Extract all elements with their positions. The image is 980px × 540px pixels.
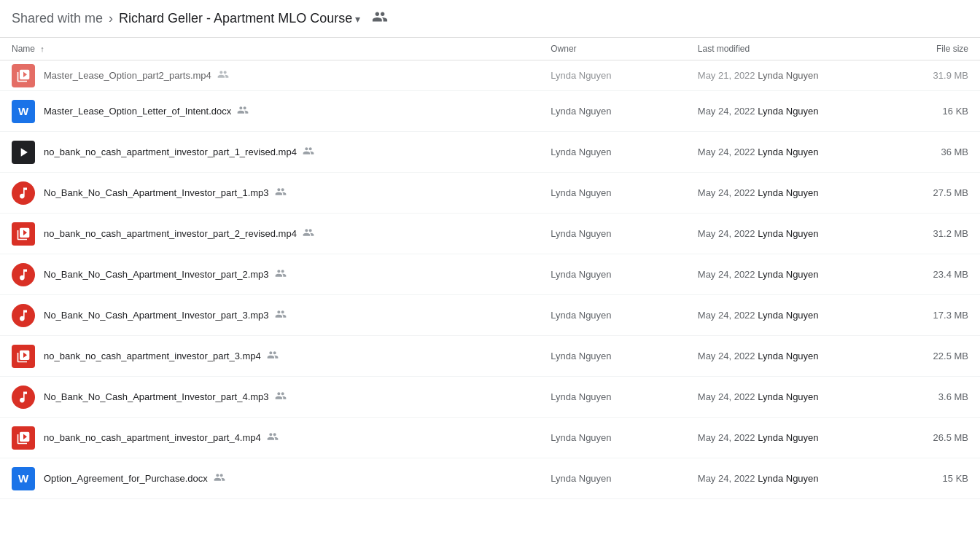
breadcrumb-current-folder: Richard Geller - Apartment MLO Course ▾	[119, 11, 360, 26]
breadcrumb-shared-link[interactable]: Shared with me	[12, 11, 103, 26]
shared-icon	[275, 186, 287, 200]
file-name-text[interactable]: Master_Lease_Option_part2_parts.mp4	[44, 70, 211, 81]
file-name-cell: no_bank_no_cash_apartment_investor_part_…	[0, 132, 539, 173]
modified-cell: May 24, 2022 Lynda Nguyen	[686, 377, 882, 418]
table-row[interactable]: Master_Lease_Option_part2_parts.mp4 Lynd…	[0, 60, 980, 91]
folder-name-label: Richard Geller - Apartment MLO Course	[119, 11, 352, 26]
file-name-cell: W Master_Lease_Option_Letter_of_Intent.d…	[0, 91, 539, 132]
table-row[interactable]: No_Bank_No_Cash_Apartment_Investor_part_…	[0, 254, 980, 295]
owner-cell: Lynda Nguyen	[539, 60, 686, 91]
table-row[interactable]: W Master_Lease_Option_Letter_of_Intent.d…	[0, 91, 980, 132]
file-name-cell: No_Bank_No_Cash_Apartment_Investor_part_…	[0, 173, 539, 214]
file-name-text[interactable]: No_Bank_No_Cash_Apartment_Investor_part_…	[44, 391, 269, 402]
owner-cell: Lynda Nguyen	[539, 377, 686, 418]
file-name-text[interactable]: Master_Lease_Option_Letter_of_Intent.doc…	[44, 106, 231, 117]
breadcrumb-chevron-icon: ›	[109, 11, 113, 26]
owner-cell: Lynda Nguyen	[539, 91, 686, 132]
modified-cell: May 21, 2022 Lynda Nguyen	[686, 60, 882, 91]
size-cell: 31.9 MB	[882, 60, 980, 91]
table-row[interactable]: no_bank_no_cash_apartment_investor_part_…	[0, 336, 980, 377]
table-row[interactable]: No_Bank_No_Cash_Apartment_Investor_part_…	[0, 295, 980, 336]
size-cell: 3.6 MB	[882, 377, 980, 418]
file-name-cell: no_bank_no_cash_apartment_investor_part_…	[0, 214, 539, 254]
sort-ascending-icon: ↑	[40, 44, 44, 53]
modified-cell: May 24, 2022 Lynda Nguyen	[686, 214, 882, 254]
size-cell: 15 KB	[882, 458, 980, 499]
size-cell: 17.3 MB	[882, 295, 980, 336]
shared-icon	[214, 471, 225, 485]
owner-cell: Lynda Nguyen	[539, 418, 686, 458]
table-row[interactable]: no_bank_no_cash_apartment_investor_part_…	[0, 418, 980, 458]
table-row[interactable]: No_Bank_No_Cash_Apartment_Investor_part_…	[0, 377, 980, 418]
modified-cell: May 24, 2022 Lynda Nguyen	[686, 458, 882, 499]
table-row[interactable]: W Option_Agreement_for_Purchase.docx Lyn…	[0, 458, 980, 499]
size-cell: 27.5 MB	[882, 173, 980, 214]
table-row[interactable]: no_bank_no_cash_apartment_investor_part_…	[0, 132, 980, 173]
size-cell: 16 KB	[882, 91, 980, 132]
column-header-size: File size	[882, 38, 980, 60]
shared-icon	[303, 145, 314, 159]
modified-cell: May 24, 2022 Lynda Nguyen	[686, 418, 882, 458]
shared-icon	[217, 69, 229, 82]
shared-icon	[275, 267, 287, 281]
shared-icon	[275, 390, 287, 404]
file-name-text[interactable]: no_bank_no_cash_apartment_investor_part_…	[44, 228, 297, 239]
file-name-text[interactable]: No_Bank_No_Cash_Apartment_Investor_part_…	[44, 310, 269, 321]
file-name-text[interactable]: no_bank_no_cash_apartment_investor_part_…	[44, 351, 261, 361]
header: Shared with me › Richard Geller - Apartm…	[0, 0, 980, 38]
table-row[interactable]: no_bank_no_cash_apartment_investor_part_…	[0, 214, 980, 254]
modified-cell: May 24, 2022 Lynda Nguyen	[686, 132, 882, 173]
column-header-owner: Owner	[539, 38, 686, 60]
modified-cell: May 24, 2022 Lynda Nguyen	[686, 336, 882, 377]
table-row[interactable]: No_Bank_No_Cash_Apartment_Investor_part_…	[0, 173, 980, 214]
size-cell: 26.5 MB	[882, 418, 980, 458]
file-table: Name ↑ Owner Last modified File size Mas…	[0, 38, 980, 499]
owner-cell: Lynda Nguyen	[539, 132, 686, 173]
owner-cell: Lynda Nguyen	[539, 214, 686, 254]
file-name-cell: Master_Lease_Option_part2_parts.mp4	[0, 60, 539, 91]
shared-icon	[275, 308, 287, 322]
shared-icon	[303, 227, 314, 240]
file-name-text[interactable]: No_Bank_No_Cash_Apartment_Investor_part_…	[44, 187, 269, 198]
modified-cell: May 24, 2022 Lynda Nguyen	[686, 91, 882, 132]
folder-dropdown-arrow[interactable]: ▾	[355, 13, 360, 25]
file-name-cell: no_bank_no_cash_apartment_investor_part_…	[0, 336, 539, 377]
file-name-cell: No_Bank_No_Cash_Apartment_Investor_part_…	[0, 295, 539, 336]
owner-cell: Lynda Nguyen	[539, 173, 686, 214]
shared-icon	[267, 349, 279, 363]
file-name-cell: no_bank_no_cash_apartment_investor_part_…	[0, 418, 539, 458]
file-name-text[interactable]: no_bank_no_cash_apartment_investor_part_…	[44, 146, 297, 157]
file-name-text[interactable]: no_bank_no_cash_apartment_investor_part_…	[44, 432, 261, 443]
size-cell: 23.4 MB	[882, 254, 980, 295]
modified-cell: May 24, 2022 Lynda Nguyen	[686, 173, 882, 214]
file-name-cell: W Option_Agreement_for_Purchase.docx	[0, 458, 539, 499]
file-name-cell: No_Bank_No_Cash_Apartment_Investor_part_…	[0, 254, 539, 295]
shared-icon	[267, 431, 279, 445]
owner-cell: Lynda Nguyen	[539, 336, 686, 377]
size-cell: 36 MB	[882, 132, 980, 173]
owner-cell: Lynda Nguyen	[539, 295, 686, 336]
file-name-text[interactable]: No_Bank_No_Cash_Apartment_Investor_part_…	[44, 269, 269, 280]
owner-cell: Lynda Nguyen	[539, 254, 686, 295]
file-name-text[interactable]: Option_Agreement_for_Purchase.docx	[44, 473, 208, 484]
modified-cell: May 24, 2022 Lynda Nguyen	[686, 254, 882, 295]
owner-cell: Lynda Nguyen	[539, 458, 686, 499]
size-cell: 31.2 MB	[882, 214, 980, 254]
file-name-cell: No_Bank_No_Cash_Apartment_Investor_part_…	[0, 377, 539, 418]
shared-icon	[237, 104, 249, 118]
size-cell: 22.5 MB	[882, 336, 980, 377]
manage-people-icon[interactable]	[372, 9, 388, 28]
column-header-name[interactable]: Name ↑	[0, 38, 539, 60]
modified-cell: May 24, 2022 Lynda Nguyen	[686, 295, 882, 336]
table-header-row: Name ↑ Owner Last modified File size	[0, 38, 980, 60]
column-header-modified: Last modified	[686, 38, 882, 60]
